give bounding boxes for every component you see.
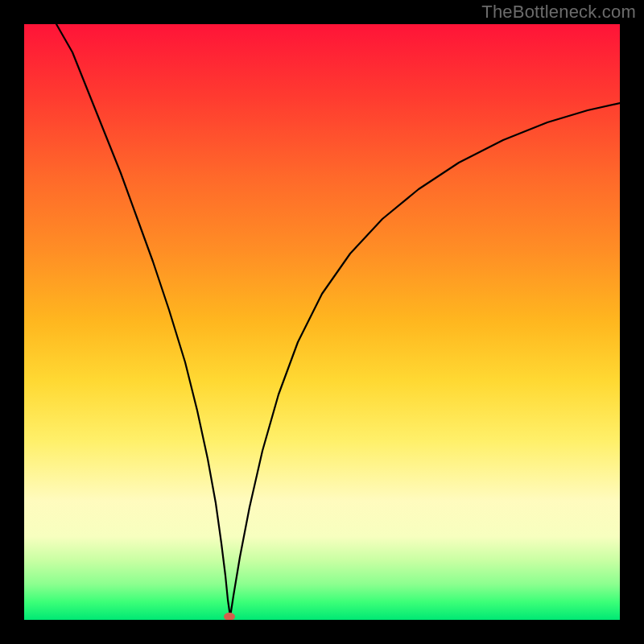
- bottleneck-curve-right: [230, 103, 620, 617]
- watermark-text: TheBottleneck.com: [481, 2, 636, 23]
- chart-frame: TheBottleneck.com: [0, 0, 644, 644]
- current-point-marker: [224, 613, 235, 620]
- plot-area: [24, 24, 620, 620]
- plot-svg: [24, 24, 620, 620]
- bottleneck-curve-left: [56, 24, 230, 617]
